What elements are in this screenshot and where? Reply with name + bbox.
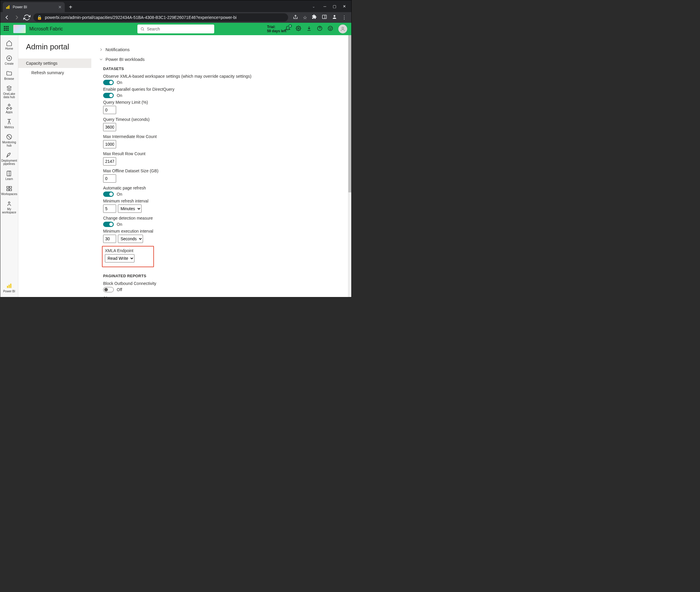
vertical-scrollbar[interactable] <box>348 35 351 297</box>
sidepanel-icon[interactable] <box>322 14 327 21</box>
search-placeholder: Search <box>147 27 160 31</box>
rail-powerbi[interactable]: Power BI <box>1 281 17 295</box>
svg-point-11 <box>330 28 330 29</box>
url-text: powerbi.com/admin-portal/capacities/2922… <box>45 15 237 20</box>
svg-rect-22 <box>9 285 10 288</box>
download-icon[interactable] <box>306 26 312 32</box>
input-query-memory[interactable] <box>103 106 116 114</box>
toggle-auto-refresh[interactable] <box>103 192 114 197</box>
help-icon[interactable] <box>317 26 322 32</box>
svg-point-13 <box>342 27 344 29</box>
section-notifications[interactable]: Notifications <box>100 47 345 52</box>
caret-down-icon <box>100 58 103 61</box>
browser-addressbar: 🔒 powerbi.com/admin-portal/capacities/29… <box>0 12 351 23</box>
share-icon[interactable] <box>293 14 298 21</box>
reload-icon[interactable] <box>23 14 31 21</box>
back-icon[interactable] <box>3 14 10 21</box>
toggle-parallel-queries[interactable] <box>103 93 114 98</box>
close-window-icon[interactable]: ✕ <box>343 4 346 9</box>
close-tab-icon[interactable]: ✕ <box>58 5 62 9</box>
svg-line-7 <box>143 30 144 31</box>
search-input[interactable]: Search <box>137 24 214 34</box>
svg-point-12 <box>331 28 332 29</box>
svg-rect-16 <box>7 187 9 188</box>
rail-home[interactable]: Home <box>1 38 17 52</box>
avatar[interactable] <box>338 24 347 34</box>
label-change-detection: Change detection measure <box>103 216 345 220</box>
url-input[interactable]: 🔒 powerbi.com/admin-portal/capacities/29… <box>34 13 288 21</box>
brand-logo <box>13 25 26 33</box>
rail-create[interactable]: Create <box>1 53 17 67</box>
rail-learn[interactable]: Learn <box>1 168 17 182</box>
rail-monitoring[interactable]: Monitoring hub <box>1 132 17 149</box>
svg-point-20 <box>8 202 10 204</box>
minimize-icon[interactable]: ─ <box>323 4 326 9</box>
svg-rect-19 <box>9 189 11 191</box>
heading-ai: AI <box>103 296 345 297</box>
input-min-exec[interactable] <box>103 235 116 243</box>
svg-rect-17 <box>9 187 11 188</box>
new-tab-button[interactable]: + <box>65 2 77 12</box>
extensions-icon[interactable] <box>312 14 317 21</box>
section-workloads[interactable]: Power BI workloads <box>100 57 345 62</box>
input-max-offline[interactable] <box>103 175 116 183</box>
select-min-refresh-unit[interactable]: Minutes <box>118 204 142 213</box>
label-query-timeout: Query Timeout (seconds) <box>103 117 345 122</box>
rail-workspaces[interactable]: Workspaces <box>1 184 17 197</box>
powerbi-favicon <box>6 5 10 9</box>
notification-badge: 8 <box>288 24 292 28</box>
xmla-endpoint-highlight: XMLA Endpoint Read Write <box>102 246 154 267</box>
sidenav-refresh-summary[interactable]: Refresh summary <box>18 68 91 78</box>
browser-tab[interactable]: Power BI ✕ <box>3 2 65 12</box>
heading-datasets: DATASETS <box>103 66 345 71</box>
toggle-change-detection[interactable] <box>103 222 114 227</box>
rail-apps[interactable]: Apps <box>1 102 17 115</box>
menu-icon[interactable]: ⋮ <box>342 15 347 20</box>
forward-icon[interactable] <box>13 14 20 21</box>
browser-tabstrip: Power BI ✕ + ⌄ ─ ▢ ✕ <box>0 0 351 12</box>
label-parallel-queries: Enable parallel queries for DirectQuery <box>103 87 345 92</box>
svg-point-10 <box>328 26 333 31</box>
input-max-intermediate[interactable] <box>103 140 116 148</box>
label-min-exec: Minimum execution interval <box>103 229 345 234</box>
notifications-icon[interactable]: 8 <box>285 26 291 32</box>
maximize-icon[interactable]: ▢ <box>333 4 336 9</box>
label-max-offline: Max Offline Dataset Size (GB) <box>103 168 345 173</box>
label-auto-refresh: Automatic page refresh <box>103 186 345 190</box>
tab-search-icon[interactable]: ⌄ <box>312 4 315 9</box>
label-xmla-endpoint: XMLA Endpoint <box>105 248 151 253</box>
bookmark-icon[interactable]: ☆ <box>303 15 307 20</box>
app-topbar: Microsoft Fabric Search Trial: 59 days l… <box>0 23 351 35</box>
svg-point-5 <box>334 15 335 17</box>
rail-browse[interactable]: Browse <box>1 68 17 82</box>
toggle-block-outbound[interactable] <box>103 287 114 292</box>
brand-text: Microsoft Fabric <box>29 26 63 32</box>
svg-rect-21 <box>7 286 8 288</box>
feedback-icon[interactable] <box>328 26 333 32</box>
svg-rect-0 <box>6 7 7 9</box>
caret-right-icon <box>100 48 103 51</box>
label-block-outbound: Block Outbound Connectivity <box>103 281 345 286</box>
trial-status[interactable]: Trial: 59 days left <box>267 25 286 34</box>
profile-icon[interactable] <box>332 14 337 21</box>
label-max-result: Max Result Row Count <box>103 151 345 156</box>
svg-rect-1 <box>7 6 8 9</box>
input-query-timeout[interactable] <box>103 123 116 131</box>
sidenav-capacity-settings[interactable]: Capacity settings <box>18 58 91 68</box>
rail-deploy[interactable]: Deployment pipelines <box>1 150 17 167</box>
svg-rect-23 <box>10 284 11 288</box>
input-max-result[interactable] <box>103 157 116 165</box>
app-launcher-icon[interactable] <box>4 26 10 32</box>
toggle-observe-xmla[interactable] <box>103 80 114 85</box>
rail-metrics[interactable]: Metrics <box>1 117 17 131</box>
settings-icon[interactable] <box>296 26 301 32</box>
rail-myworkspace[interactable]: My workspace <box>1 199 17 216</box>
page-title: Admin portal <box>18 42 91 58</box>
input-min-refresh[interactable] <box>103 204 116 213</box>
select-xmla-endpoint[interactable]: Read Write <box>105 254 135 262</box>
window-controls: ⌄ ─ ▢ ✕ <box>307 0 351 12</box>
select-min-exec-unit[interactable]: Seconds <box>118 235 143 243</box>
left-rail: Home Create Browse OneLake data hub Apps… <box>0 35 18 297</box>
rail-onelake[interactable]: OneLake data hub <box>1 83 17 100</box>
svg-rect-18 <box>7 189 9 191</box>
